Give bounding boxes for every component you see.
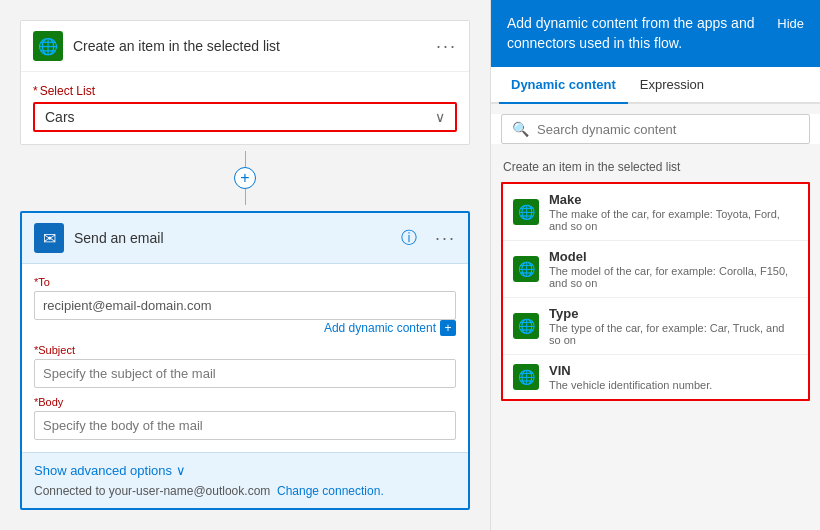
item-text-1: Model The model of the car, for example:… — [549, 249, 798, 289]
right-panel: Add dynamic content from the apps and co… — [490, 0, 820, 530]
dynamic-items-list: 🌐 Make The make of the car, for example:… — [501, 182, 810, 401]
right-panel-body: 🔍 Create an item in the selected list 🌐 … — [491, 104, 820, 530]
connected-text: Connected to your-user-name@outlook.com … — [34, 484, 456, 498]
add-dynamic-button[interactable]: Add dynamic content + — [324, 320, 456, 336]
dynamic-item[interactable]: 🌐 VIN The vehicle identification number. — [503, 355, 808, 399]
body-label: *Body — [34, 396, 456, 408]
add-dynamic-icon: + — [440, 320, 456, 336]
item-text-3: VIN The vehicle identification number. — [549, 363, 798, 391]
subject-label: *Subject — [34, 344, 456, 356]
item-desc-1: The model of the car, for example: Corol… — [549, 265, 798, 289]
search-box: 🔍 — [501, 114, 810, 144]
item-icon-0: 🌐 — [513, 199, 539, 225]
item-icon-2: 🌐 — [513, 313, 539, 339]
search-area: 🔍 — [491, 114, 820, 144]
create-item-card-header: 🌐 Create an item in the selected list ··… — [21, 21, 469, 72]
create-item-icon: 🌐 — [33, 31, 63, 61]
connector-line-bottom — [245, 189, 246, 205]
select-chevron-icon: ∨ — [435, 109, 445, 125]
item-icon-3: 🌐 — [513, 364, 539, 390]
tabs-row: Dynamic content Expression — [491, 67, 820, 104]
create-item-ellipsis[interactable]: ··· — [436, 36, 457, 57]
item-desc-0: The make of the car, for example: Toyota… — [549, 208, 798, 232]
send-email-ellipsis[interactable]: ··· — [435, 228, 456, 249]
connector-line-top — [245, 151, 246, 167]
search-input[interactable] — [537, 122, 799, 137]
item-title-2: Type — [549, 306, 798, 321]
item-desc-2: The type of the car, for example: Car, T… — [549, 322, 798, 346]
email-footer: Show advanced options ∨ Connected to you… — [22, 452, 468, 508]
send-email-body: *To Add dynamic content + *Subject *Body — [22, 264, 468, 452]
hide-button[interactable]: Hide — [777, 14, 804, 31]
item-text-0: Make The make of the car, for example: T… — [549, 192, 798, 232]
add-dynamic-row: Add dynamic content + — [34, 320, 456, 336]
to-input[interactable] — [34, 291, 456, 320]
dynamic-item[interactable]: 🌐 Model The model of the car, for exampl… — [503, 241, 808, 298]
to-label: *To — [34, 276, 456, 288]
create-item-body: *Select List Cars ∨ — [21, 72, 469, 144]
change-connection-link[interactable]: Change connection. — [277, 484, 384, 498]
dynamic-item[interactable]: 🌐 Type The type of the car, for example:… — [503, 298, 808, 355]
dynamic-content-header-text: Add dynamic content from the apps and co… — [507, 14, 761, 53]
item-desc-3: The vehicle identification number. — [549, 379, 798, 391]
dynamic-content-header: Add dynamic content from the apps and co… — [491, 0, 820, 67]
create-item-title: Create an item in the selected list — [73, 38, 426, 54]
send-email-icon: ✉ — [34, 223, 64, 253]
send-email-card: ✉ Send an email ⓘ ··· *To Add dynamic co… — [20, 211, 470, 510]
chevron-down-icon: ∨ — [176, 463, 186, 478]
left-panel: 🌐 Create an item in the selected list ··… — [0, 0, 490, 530]
show-advanced-button[interactable]: Show advanced options ∨ — [34, 463, 456, 478]
select-list-dropdown[interactable]: Cars ∨ — [33, 102, 457, 132]
body-input[interactable] — [34, 411, 456, 440]
send-email-title: Send an email — [74, 230, 391, 246]
add-step-button[interactable]: + — [234, 167, 256, 189]
dynamic-item[interactable]: 🌐 Make The make of the car, for example:… — [503, 184, 808, 241]
item-title-3: VIN — [549, 363, 798, 378]
tab-expression[interactable]: Expression — [628, 67, 716, 104]
subject-input[interactable] — [34, 359, 456, 388]
select-list-value: Cars — [45, 109, 435, 125]
connector-line: + — [20, 145, 470, 211]
section-label: Create an item in the selected list — [491, 154, 820, 178]
select-list-label: *Select List — [33, 84, 457, 98]
search-icon: 🔍 — [512, 121, 529, 137]
item-text-2: Type The type of the car, for example: C… — [549, 306, 798, 346]
item-icon-1: 🌐 — [513, 256, 539, 282]
info-icon[interactable]: ⓘ — [401, 228, 417, 249]
send-email-header: ✉ Send an email ⓘ ··· — [22, 213, 468, 264]
item-title-0: Make — [549, 192, 798, 207]
create-item-card: 🌐 Create an item in the selected list ··… — [20, 20, 470, 145]
tab-dynamic-content[interactable]: Dynamic content — [499, 67, 628, 104]
item-title-1: Model — [549, 249, 798, 264]
